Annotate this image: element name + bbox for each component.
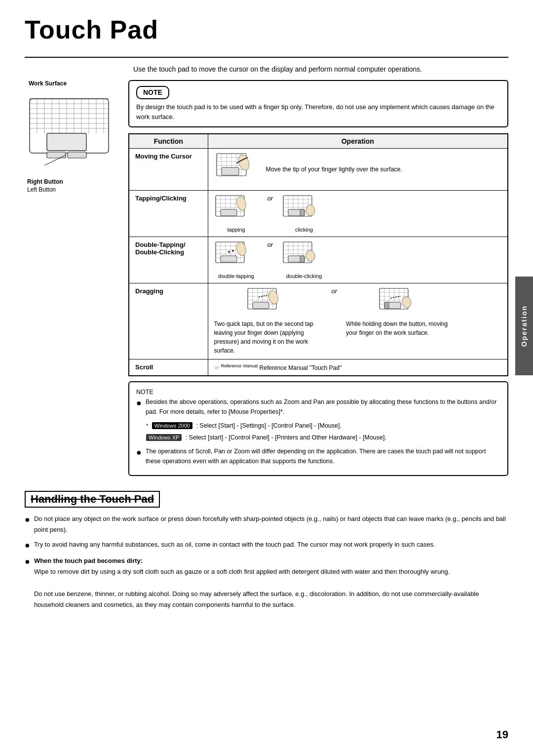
double-clicking-img bbox=[282, 241, 326, 273]
left-button-label: Left Button bbox=[27, 186, 128, 193]
side-tab-label: Operation bbox=[520, 305, 528, 347]
windows2000-badge: Windows 2000 bbox=[152, 422, 192, 429]
dragging-desc2: While holding down the button, moving yo… bbox=[346, 319, 455, 337]
table-row: Moving the Cursor bbox=[129, 149, 508, 191]
note1-text: By design the touch pad is to be used wi… bbox=[136, 102, 500, 121]
svg-point-81 bbox=[232, 250, 234, 252]
double-tapping-label: double-tapping bbox=[218, 273, 254, 279]
note2-bullet2-text: The operations of Scroll, Pan or Zoom wi… bbox=[146, 446, 500, 466]
note2-bullet1: ● Besides the above operations, operatio… bbox=[136, 397, 500, 417]
note2-label: NOTE bbox=[136, 387, 500, 397]
title-divider bbox=[25, 57, 508, 58]
work-surface-label: Work Surface bbox=[29, 80, 128, 87]
or-text-1: or bbox=[267, 195, 273, 202]
page-title: Touch Pad bbox=[25, 15, 508, 44]
func-tapping: Tapping/Clicking bbox=[129, 191, 208, 237]
double-clicking-label: double-clicking bbox=[286, 273, 322, 279]
note2-bullet1-text: Besides the above operations, operations… bbox=[146, 397, 500, 417]
or-text-2: or bbox=[267, 241, 273, 248]
windows2000-text: : Select [Start] - [Settings] - [Control… bbox=[196, 422, 342, 429]
dirty-text1: Wipe to remove dirt by using a dry soft … bbox=[34, 568, 450, 575]
table-row: Scroll ☞ Reference Manual Reference Manu… bbox=[129, 359, 508, 376]
func-double: Double-Tapping/Double-Clicking bbox=[129, 237, 208, 283]
dirty-text2: Do not use benzene, thinner, or rubbing … bbox=[34, 590, 479, 608]
tapping-label: tapping bbox=[227, 227, 245, 233]
windowsxp-badge: Windows XP bbox=[146, 434, 182, 441]
double-tapping-img bbox=[214, 241, 259, 273]
svg-rect-19 bbox=[47, 133, 86, 151]
left-diagram: Work Surface bbox=[25, 80, 128, 193]
handling-bullet2: ● Try to avoid having any harmful substa… bbox=[25, 539, 508, 552]
svg-point-79 bbox=[235, 241, 247, 257]
svg-point-125 bbox=[401, 296, 412, 309]
touchpad-diagram bbox=[25, 89, 116, 175]
windowsxp-text: : Select [start] - [Control Panel] - [Pr… bbox=[186, 434, 386, 441]
handling-bullet1: ● Do not place any object on the work su… bbox=[25, 514, 508, 535]
svg-point-80 bbox=[228, 251, 230, 253]
op-scroll: ☞ Reference Manual Reference Manual "Tou… bbox=[208, 359, 508, 376]
svg-rect-20 bbox=[47, 152, 66, 158]
func-scroll: Scroll bbox=[129, 359, 208, 376]
dragging-desc1: Two quick taps, but on the second tap le… bbox=[214, 319, 323, 355]
handling-bullet3: ● When the touch pad becomes dirty: Wipe… bbox=[25, 556, 508, 610]
svg-rect-95 bbox=[300, 256, 305, 262]
svg-rect-109 bbox=[253, 302, 269, 309]
top-section: Work Surface bbox=[25, 80, 508, 476]
scroll-ref: ☞ Reference Manual Reference Manual "Tou… bbox=[214, 363, 502, 371]
moving-cursor-desc: Move the tip of your finger lightly over… bbox=[266, 165, 403, 174]
right-button-label: Right Button bbox=[27, 178, 128, 185]
right-content: NOTE By design the touch pad is to be us… bbox=[128, 80, 508, 476]
note2-bullet2: ● The operations of Scroll, Pan or Zoom … bbox=[136, 446, 500, 466]
dirty-bold-text: When the touch pad becomes dirty: bbox=[34, 557, 143, 564]
op-dragging: Two quick taps, but on the second tap le… bbox=[208, 283, 508, 359]
svg-rect-124 bbox=[384, 302, 389, 309]
note-box-1: NOTE By design the touch pad is to be us… bbox=[128, 80, 508, 127]
clicking-label: clicking bbox=[295, 227, 313, 233]
dragging-img2 bbox=[378, 287, 422, 319]
table-row: Double-Tapping/Double-Clicking bbox=[129, 237, 508, 283]
svg-point-96 bbox=[305, 250, 316, 262]
col-operation: Operation bbox=[208, 134, 508, 149]
handling-bullet2-text: Try to avoid having any harmful substanc… bbox=[34, 539, 508, 550]
or-text-3: or bbox=[332, 287, 338, 295]
handling-title: Handling the Touch Pad bbox=[25, 491, 160, 508]
intro-text: Use the touch pad to move the cursor on … bbox=[133, 65, 508, 73]
function-table: Function Operation Moving the Cursor bbox=[128, 133, 508, 376]
op-moving-cursor: Move the tip of your finger lightly over… bbox=[208, 149, 508, 191]
note-box-2: NOTE ● Besides the above operations, ope… bbox=[128, 381, 508, 476]
note2-windows2000-row: * Windows 2000 : Select [Start] - [Setti… bbox=[146, 421, 500, 431]
side-tab: Operation bbox=[515, 277, 533, 375]
moving-cursor-img bbox=[214, 153, 261, 186]
reference-icon: ☞ bbox=[214, 364, 220, 371]
note1-label: NOTE bbox=[136, 86, 169, 99]
page-number: 19 bbox=[496, 728, 508, 741]
table-row: Dragging bbox=[129, 283, 508, 359]
svg-point-65 bbox=[305, 204, 316, 217]
handling-bullet1-text: Do not place any object on the work surf… bbox=[34, 514, 508, 535]
svg-rect-35 bbox=[222, 167, 239, 175]
tapping-img bbox=[214, 195, 259, 227]
op-tapping: tapping or bbox=[208, 191, 508, 237]
svg-point-50 bbox=[235, 196, 247, 211]
op-double: double-tapping or bbox=[208, 237, 508, 283]
svg-rect-64 bbox=[300, 209, 305, 216]
svg-rect-78 bbox=[221, 256, 237, 262]
scroll-ref-text: Reference Manual "Touch Pad" bbox=[260, 364, 342, 371]
func-dragging: Dragging bbox=[129, 283, 208, 359]
dragging-img1 bbox=[246, 287, 291, 319]
func-moving-cursor: Moving the Cursor bbox=[129, 149, 208, 191]
svg-rect-21 bbox=[68, 152, 86, 158]
col-function: Function bbox=[129, 134, 208, 149]
note2-windowsxp-row: Windows XP : Select [start] - [Control P… bbox=[146, 433, 500, 442]
svg-rect-49 bbox=[221, 209, 237, 216]
table-row: Tapping/Clicking bbox=[129, 191, 508, 237]
handling-bullets: ● Do not place any object on the work su… bbox=[25, 514, 508, 610]
clicking-img bbox=[282, 195, 326, 227]
